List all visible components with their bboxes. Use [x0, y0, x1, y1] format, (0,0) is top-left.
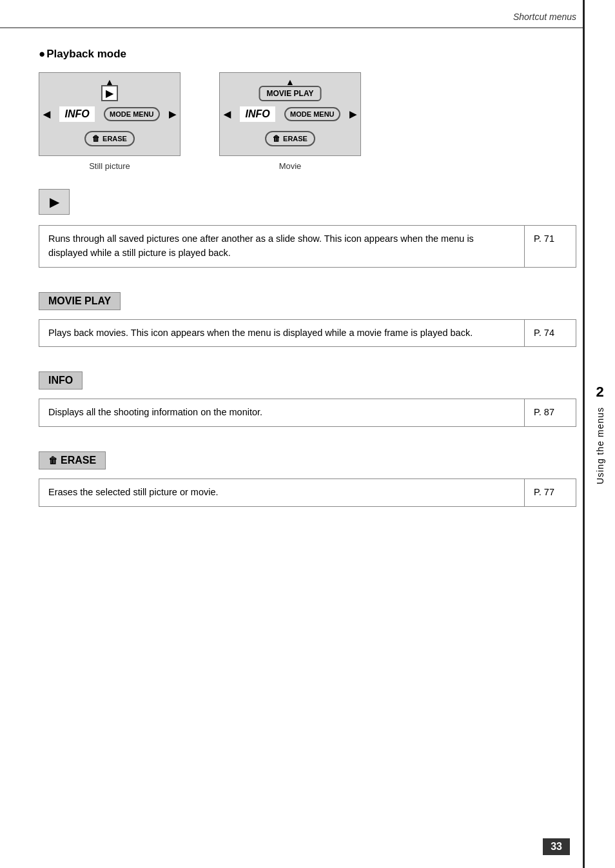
slideshow-icon: ▶ — [50, 194, 59, 210]
diagram-caption-movie: Movie — [279, 161, 302, 171]
erase-label: 🗑ERASE — [39, 451, 106, 469]
erase-section: 🗑ERASE Erases the selected still picture… — [39, 445, 576, 507]
btn-erase-movie: 🗑 ERASE — [265, 131, 315, 146]
movie-play-desc-table: Plays back movies. This icon appears whe… — [39, 319, 576, 348]
info-desc-table: Displays all the shooting information on… — [39, 399, 576, 427]
btn-erase-still: 🗑 ERASE — [84, 131, 135, 146]
sidebar-chapter-text: Using the menus — [595, 407, 605, 484]
erase-page-ref: P. 77 — [525, 479, 576, 507]
diagram-movie: ▲ MOVIE PLAY ◀ INFO MODE MENU ▶ — [219, 72, 361, 171]
movie-play-label: MOVIE PLAY — [39, 292, 121, 310]
bottom-row-movie: 🗑 ERASE — [265, 131, 315, 146]
slideshow-icon-box: ▶ — [39, 189, 70, 215]
top-icon-still: ▶ — [101, 87, 118, 99]
middle-row-movie: ◀ INFO MODE MENU ▶ — [220, 106, 360, 122]
playback-icon-still: ▶ — [101, 85, 118, 101]
info-section: INFO Displays all the shooting informati… — [39, 365, 576, 427]
slideshow-page-ref: P. 71 — [525, 226, 576, 268]
diagram-caption-still: Still picture — [89, 161, 130, 171]
sidebar: 2 Using the menus — [583, 0, 615, 868]
slideshow-description: Runs through all saved pictures one afte… — [39, 226, 525, 268]
slideshow-section: ▶ Runs through all saved pictures one af… — [39, 177, 576, 268]
diagrams-row: ▲ ▶ ◀ INFO MODE MENU ▶ 🗑 — [39, 72, 576, 171]
right-arrow-movie: ▶ — [349, 109, 356, 119]
trash-icon-movie: 🗑 — [273, 134, 280, 143]
erase-description: Erases the selected still picture or mov… — [39, 479, 525, 507]
section-heading: Playback mode — [39, 48, 576, 61]
middle-row-still: ◀ INFO MODE MENU ▶ — [39, 106, 180, 122]
erase-label-movie: ERASE — [283, 135, 308, 143]
left-arrow-still: ◀ — [43, 109, 50, 119]
header-bar: Shortcut menus — [0, 0, 615, 28]
movie-play-section: MOVIE PLAY Plays back movies. This icon … — [39, 286, 576, 348]
slideshow-desc-table: Runs through all saved pictures one afte… — [39, 225, 576, 268]
page-number: 33 — [543, 838, 570, 855]
btn-info-still: INFO — [59, 106, 94, 122]
table-row: Erases the selected still picture or mov… — [39, 479, 576, 507]
left-arrow-movie: ◀ — [224, 109, 231, 119]
movie-play-description: Plays back movies. This icon appears whe… — [39, 319, 525, 347]
movie-play-page-ref: P. 74 — [525, 319, 576, 347]
top-icon-movie: MOVIE PLAY — [259, 87, 322, 98]
right-arrow-still: ▶ — [169, 109, 176, 119]
btn-info-movie: INFO — [240, 106, 275, 122]
erase-label-text: ERASE — [61, 455, 96, 466]
bottom-row-still: 🗑 ERASE — [84, 131, 135, 146]
trash-icon-label: 🗑 — [48, 455, 57, 466]
header-title: Shortcut menus — [39, 12, 576, 22]
table-row: Displays all the shooting information on… — [39, 399, 576, 427]
cam-diagram-still: ▲ ▶ ◀ INFO MODE MENU ▶ 🗑 — [39, 72, 181, 156]
page-container: Shortcut menus Playback mode ▲ ▶ ◀ — [0, 0, 615, 868]
sidebar-chapter-number: 2 — [596, 384, 603, 400]
info-description: Displays all the shooting information on… — [39, 399, 525, 427]
main-content: Playback mode ▲ ▶ ◀ INFO MODE MENU — [0, 28, 615, 551]
info-page-ref: P. 87 — [525, 399, 576, 427]
table-row: Plays back movies. This icon appears whe… — [39, 319, 576, 347]
movie-play-top-btn: MOVIE PLAY — [259, 86, 322, 101]
trash-icon-still: 🗑 — [92, 134, 100, 143]
info-label: INFO — [39, 371, 83, 390]
btn-mode-menu-movie: MODE MENU — [284, 107, 340, 121]
diagram-still: ▲ ▶ ◀ INFO MODE MENU ▶ 🗑 — [39, 72, 181, 171]
table-row: Runs through all saved pictures one afte… — [39, 226, 576, 268]
erase-desc-table: Erases the selected still picture or mov… — [39, 478, 576, 507]
cam-diagram-movie: ▲ MOVIE PLAY ◀ INFO MODE MENU ▶ — [219, 72, 361, 156]
erase-label-still: ERASE — [102, 135, 127, 143]
btn-mode-menu-still: MODE MENU — [104, 107, 159, 121]
